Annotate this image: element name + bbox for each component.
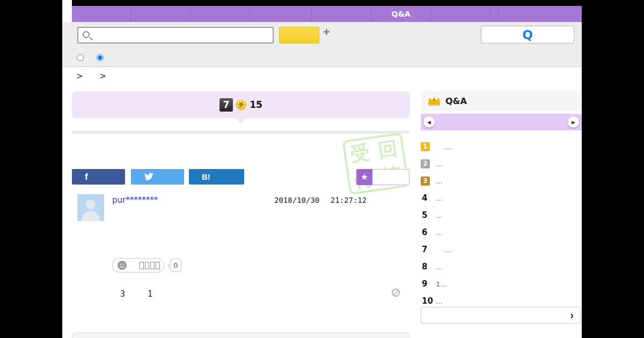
nav-tab-4[interactable]: [250, 6, 312, 22]
twitter-bird-icon: [144, 173, 153, 181]
ranking-item-6: 6 …: [421, 224, 582, 241]
ranking-link[interactable]: …: [436, 177, 443, 185]
carousel-prev-button[interactable]: ◀: [423, 116, 435, 128]
ranking-item-1: 1 …: [421, 138, 582, 155]
person-silhouette-icon: [77, 194, 104, 221]
carousel-next-button[interactable]: ▶: [568, 116, 579, 128]
search-button[interactable]: [279, 27, 319, 43]
ranking-sidebar: Q&A ◀ ▶ 1 … 2 … 3 … 4 … 5: [421, 91, 582, 111]
star-icon: ★: [356, 169, 372, 185]
answer-count-badge: 7: [219, 98, 233, 112]
reaction-count-bubble: 0: [170, 259, 181, 272]
nav-tab-8[interactable]: [491, 6, 499, 22]
posted-date: 2018/10/30: [274, 196, 319, 204]
rank-badge-silver: 2: [421, 159, 430, 168]
reaction-button[interactable]: [112, 258, 164, 273]
ranking-link[interactable]: …: [436, 160, 443, 168]
ranking-item-7: 7 …: [421, 241, 582, 258]
ranking-link[interactable]: 1…: [436, 280, 447, 288]
question-count-left: 3: [120, 289, 125, 299]
ranking-link[interactable]: …: [436, 263, 443, 271]
search-scope-radio-right[interactable]: [97, 54, 104, 61]
search-input[interactable]: [93, 28, 270, 42]
breadcrumb: > >: [76, 71, 106, 81]
avatar[interactable]: [77, 194, 104, 221]
rank-number: 8: [421, 262, 427, 271]
posted-time: 21:27:12: [331, 196, 367, 204]
page: Q&A + Q > > 7 チ 15 受 回 付 答 f: [62, 0, 582, 338]
nav-tab-1[interactable]: [72, 6, 131, 22]
rank-number: 4: [421, 193, 427, 203]
ranking-category-carousel: ◀ ▶: [421, 114, 582, 130]
search-box: [77, 27, 274, 43]
rank-number: 9: [421, 279, 427, 289]
ranking-item-9: 9 1…: [421, 275, 582, 292]
ranking-item-3: 3 …: [421, 172, 582, 189]
rank-badge-gold: 1: [421, 142, 430, 151]
ranking-more-button[interactable]: ›: [421, 307, 581, 324]
ranking-link[interactable]: …: [436, 211, 443, 219]
posted-datetime: 2018/10/30 21:27:12: [274, 196, 367, 204]
ranking-link[interactable]: …: [436, 143, 452, 151]
twitter-share-button[interactable]: [131, 169, 184, 185]
facebook-icon: f: [85, 172, 88, 182]
section-divider: [72, 131, 410, 134]
missing-glyph-boxes: [140, 262, 160, 269]
answer-section-top: [72, 332, 410, 338]
ranking-list: 1 … 2 … 3 … 4 … 5 … 6 …: [421, 138, 582, 310]
nav-tab-2[interactable]: [131, 6, 191, 22]
top-black-strip: [72, 0, 582, 6]
ranking-link[interactable]: …: [436, 194, 443, 202]
ranking-header: Q&A: [421, 91, 582, 111]
ranking-link[interactable]: …: [436, 297, 443, 305]
rank-number: 7: [421, 245, 427, 254]
service-logo-button[interactable]: Q: [481, 26, 574, 43]
nav-tab-7[interactable]: [431, 6, 491, 22]
smiley-icon: [118, 261, 127, 270]
block-report-icon[interactable]: [392, 289, 400, 297]
facebook-share-button[interactable]: f: [72, 169, 125, 185]
rank-badge-bronze: 3: [421, 177, 430, 186]
hatena-icon: B!: [202, 172, 210, 181]
question-header-box: 7 チ 15: [72, 91, 410, 118]
ranking-link[interactable]: …: [436, 246, 452, 254]
stamp-char: 回: [376, 135, 399, 164]
ranking-title: Q&A: [445, 96, 467, 106]
coin-amount: 15: [250, 99, 262, 110]
add-condition-button[interactable]: +: [323, 25, 330, 39]
question-count-right: 1: [148, 289, 152, 299]
rank-number: 10: [421, 296, 433, 306]
search-scope-radio-left[interactable]: [77, 54, 84, 61]
crown-icon: [427, 95, 441, 107]
ranking-item-4: 4 …: [421, 189, 582, 207]
stamp-char: 受: [349, 139, 371, 168]
answer-accepting-stamp: 受 回 付 答: [342, 133, 409, 195]
nav-tab-3[interactable]: [191, 6, 250, 22]
nav-tab-qa[interactable]: Q&A: [371, 6, 431, 22]
chie-collection-widget[interactable]: ★: [356, 169, 409, 185]
collection-count-field: [372, 169, 409, 185]
chevron-right-icon: ›: [570, 309, 574, 321]
ranking-item-2: 2 …: [421, 155, 582, 172]
questioner-name-link[interactable]: pur********: [112, 195, 158, 205]
breadcrumb-separator: >: [76, 71, 83, 81]
hatena-bookmark-button[interactable]: B!: [189, 169, 244, 185]
search-header: + Q: [62, 22, 582, 67]
rank-number: 6: [421, 227, 427, 237]
search-scope-radios: [77, 54, 104, 61]
breadcrumb-separator: >: [99, 71, 106, 81]
global-nav: Q&A: [72, 6, 582, 22]
nav-tab-5[interactable]: [312, 6, 371, 22]
rank-number: 5: [421, 210, 427, 220]
ranking-item-5: 5 …: [421, 207, 582, 224]
ranking-item-8: 8 …: [421, 258, 582, 275]
nav-tab-9[interactable]: [499, 6, 582, 22]
search-icon: [83, 31, 90, 38]
ranking-link[interactable]: …: [436, 229, 443, 237]
chie-coin-icon: チ: [236, 100, 246, 110]
